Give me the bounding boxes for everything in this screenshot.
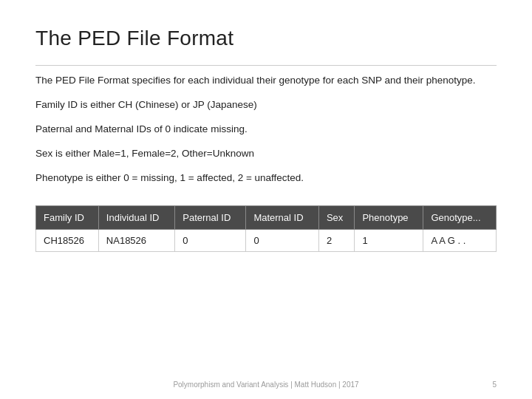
footer-citation: Polymorphism and Variant Analysis | Matt… xyxy=(0,381,532,389)
footer-page: 5 xyxy=(492,381,497,389)
cell-maternal-id: 0 xyxy=(246,229,319,251)
cell-individual-id: NA18526 xyxy=(98,229,174,251)
col-sex: Sex xyxy=(318,205,355,229)
cell-genotype: A A G . . xyxy=(423,229,497,251)
ped-table-section: Family ID Individual ID Paternal ID Mate… xyxy=(35,205,497,252)
table-header-row: Family ID Individual ID Paternal ID Mate… xyxy=(36,205,497,229)
col-phenotype: Phenotype xyxy=(355,205,423,229)
paragraph-1: The PED File Format specifies for each i… xyxy=(35,73,497,89)
paragraph-2: Family ID is either CH (Chinese) or JP (… xyxy=(35,98,497,113)
cell-family-id: CH18526 xyxy=(36,229,99,251)
col-individual-id: Individual ID xyxy=(98,205,174,229)
cell-phenotype: 1 xyxy=(355,229,423,251)
paragraph-5: Phenotype is either 0 = missing, 1 = aff… xyxy=(35,171,497,186)
col-genotype: Genotype... xyxy=(423,205,497,229)
title-divider xyxy=(35,65,497,66)
col-maternal-id: Maternal ID xyxy=(246,205,319,229)
cell-sex: 2 xyxy=(318,229,355,251)
slide-body: The PED File Format specifies for each i… xyxy=(35,73,497,378)
table-row: CH18526 NA18526 0 0 2 1 A A G . . xyxy=(36,229,497,251)
col-paternal-id: Paternal ID xyxy=(175,205,246,229)
ped-table: Family ID Individual ID Paternal ID Mate… xyxy=(35,205,497,252)
cell-paternal-id: 0 xyxy=(175,229,246,251)
paragraph-4: Sex is either Male=1, Female=2, Other=Un… xyxy=(35,146,497,162)
slide-title: The PED File Format xyxy=(35,27,497,50)
col-family-id: Family ID xyxy=(36,205,99,229)
paragraph-3: Paternal and Maternal IDs of 0 indicate … xyxy=(35,122,497,137)
slide: The PED File Format The PED File Format … xyxy=(0,0,532,399)
